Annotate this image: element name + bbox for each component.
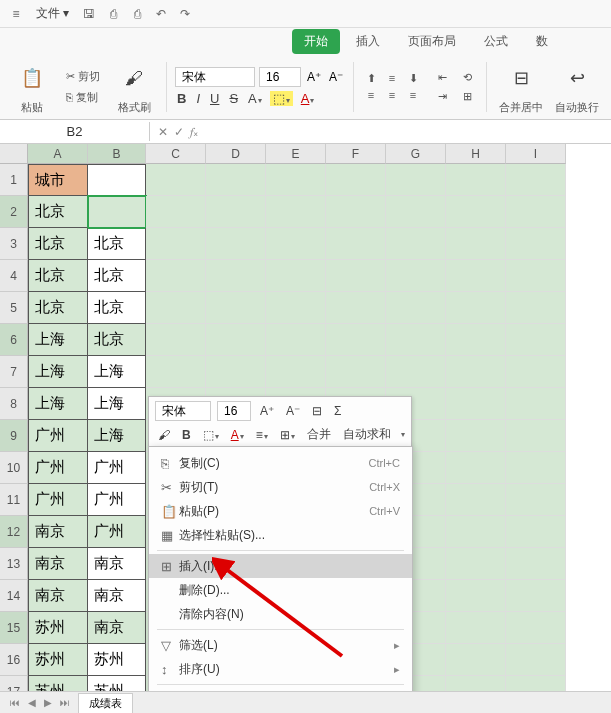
formula-input[interactable] [206,130,611,134]
cell[interactable]: 南京 [28,548,88,580]
border-button[interactable]: ⊞ [457,88,478,105]
cell[interactable]: 苏州 [28,644,88,676]
cell[interactable]: 城市 [28,164,88,196]
cell[interactable]: 上海 [88,420,146,452]
column-header[interactable]: G [386,144,446,164]
cell[interactable] [266,164,326,196]
align-bottom-icon[interactable]: ⬇ [404,71,422,85]
cell[interactable] [146,356,206,388]
select-all-corner[interactable] [0,144,28,164]
cell[interactable] [506,356,566,388]
orientation-button[interactable]: ⟲ [457,69,478,86]
cell[interactable] [88,164,146,196]
cell[interactable] [446,516,506,548]
cell[interactable]: 北京 [28,260,88,292]
row-header[interactable]: 5 [0,292,28,324]
save-icon[interactable]: 🖫 [81,6,97,22]
context-menu-item[interactable]: ✂剪切(T)Ctrl+X [149,475,412,499]
cell[interactable] [266,324,326,356]
cell[interactable] [446,548,506,580]
cell[interactable]: 南京 [28,516,88,548]
cell[interactable] [206,356,266,388]
font-size-select[interactable] [259,67,301,87]
cell[interactable] [386,164,446,196]
cell[interactable] [446,196,506,228]
context-menu-item[interactable]: ↕排序(U)▸ [149,657,412,681]
row-header[interactable]: 13 [0,548,28,580]
cell[interactable] [446,612,506,644]
cell[interactable] [266,292,326,324]
cell[interactable] [506,516,566,548]
print-icon[interactable]: ⎙ [129,6,145,22]
cell[interactable] [326,292,386,324]
cell[interactable] [146,164,206,196]
redo-icon[interactable]: ↷ [177,6,193,22]
cell[interactable] [506,324,566,356]
cell[interactable] [326,260,386,292]
cell[interactable] [266,356,326,388]
cell[interactable] [386,260,446,292]
confirm-icon[interactable]: ✓ [174,125,184,139]
indent-increase-button[interactable]: ⇥ [432,88,453,105]
mini-bold-button[interactable]: B [179,427,194,443]
row-header[interactable]: 8 [0,388,28,420]
cell[interactable] [446,580,506,612]
column-header[interactable]: C [146,144,206,164]
cell[interactable] [146,292,206,324]
mini-font-name[interactable] [155,401,211,421]
tab-start[interactable]: 开始 [292,29,340,54]
tab-insert[interactable]: 插入 [344,29,392,54]
cell[interactable] [446,324,506,356]
align-top-icon[interactable]: ⬆ [362,71,380,85]
mini-align-button[interactable]: ≡▾ [253,427,271,443]
mini-merge-label[interactable]: 合并 [304,425,334,444]
cell[interactable]: 上海 [28,324,88,356]
format-painter-icon[interactable]: 🖌 [114,58,154,98]
mini-increase-font-icon[interactable]: A⁺ [257,403,277,419]
row-header[interactable]: 10 [0,452,28,484]
cell[interactable] [266,196,326,228]
sheet-nav-last-icon[interactable]: ⏭ [60,697,70,708]
cell[interactable] [88,196,146,228]
cut-button[interactable]: ✂剪切 [60,67,106,86]
mini-format-painter-icon[interactable]: 🖌 [155,427,173,443]
underline-button[interactable]: U [208,91,221,106]
font-color-button[interactable]: A▾ [299,91,317,106]
cell[interactable] [326,164,386,196]
cell[interactable] [206,196,266,228]
cell[interactable] [506,292,566,324]
cell[interactable]: 苏州 [88,644,146,676]
mini-fill-button[interactable]: ⬚▾ [200,427,222,443]
row-header[interactable]: 12 [0,516,28,548]
align-right-icon[interactable]: ≡ [404,88,422,102]
cell[interactable] [206,164,266,196]
context-menu-item[interactable]: 清除内容(N) [149,602,412,626]
cell[interactable] [386,196,446,228]
cell[interactable] [206,324,266,356]
fill-color-button[interactable]: ⬚▾ [270,91,293,106]
cell[interactable]: 北京 [88,260,146,292]
cell[interactable] [506,612,566,644]
cell[interactable]: 广州 [28,452,88,484]
cell[interactable]: 广州 [88,452,146,484]
row-header[interactable]: 7 [0,356,28,388]
cell[interactable] [506,388,566,420]
wrap-button[interactable]: ↩ 自动换行 [551,58,603,115]
cell[interactable]: 南京 [88,612,146,644]
cell[interactable] [446,260,506,292]
align-left-icon[interactable]: ≡ [362,88,380,102]
mini-font-size[interactable] [217,401,251,421]
cell[interactable] [326,356,386,388]
cell[interactable] [506,228,566,260]
row-header[interactable]: 14 [0,580,28,612]
mini-border-button[interactable]: ⊞▾ [277,427,298,443]
cell[interactable] [446,388,506,420]
sheet-tab[interactable]: 成绩表 [78,693,133,713]
cell[interactable]: 广州 [88,516,146,548]
cell[interactable]: 北京 [28,196,88,228]
cell[interactable] [446,228,506,260]
row-header[interactable]: 4 [0,260,28,292]
font-name-select[interactable] [175,67,255,87]
cell[interactable] [206,228,266,260]
cell[interactable]: 上海 [88,388,146,420]
